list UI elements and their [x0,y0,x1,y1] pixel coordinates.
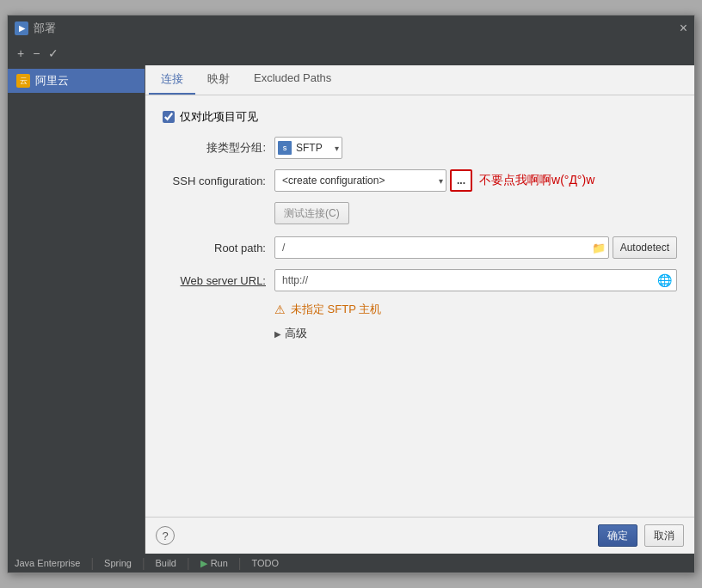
root-path-input-wrapper: 📁 [274,236,609,259]
bottom-bar: ? 确定 取消 [145,517,694,554]
ssh-config-select-wrapper: <create configuration> ▾ [274,169,446,192]
remove-button[interactable]: − [30,46,42,61]
test-connection-row: 测试连接(C) [274,202,677,224]
status-todo[interactable]: TODO [251,558,279,568]
web-server-row: Web server URL: 🌐 [163,269,677,291]
sidebar-item-label: 阿里云 [35,73,69,89]
root-path-controls: 📁 Autodetect [274,236,677,259]
main-window: ▶ 部署 × + − ✓ 云 阿里云 连接 映射 Excluded Paths [7,15,695,573]
tab-excluded-paths[interactable]: Excluded Paths [242,65,343,95]
status-todo-label: TODO [251,558,279,568]
warning-row: ⚠ 未指定 SFTP 主机 [274,302,677,317]
app-icon: ▶ [15,21,28,35]
aliyun-icon: 云 [16,74,30,88]
connection-type-label: 接类型分组: [163,140,274,156]
connection-type-row: 接类型分组: S SFTP ▾ [163,137,677,159]
status-run-label: Run [211,558,228,568]
status-spring[interactable]: Spring [104,558,132,568]
advanced-row[interactable]: ▶ 高级 [274,326,677,341]
connection-type-controls: S SFTP ▾ [274,137,677,159]
help-button[interactable]: ? [156,526,175,545]
only-project-row: 仅对此项目可见 [163,109,677,125]
test-connection-button[interactable]: 测试连接(C) [274,202,349,224]
right-panel: 连接 映射 Excluded Paths 仅对此项目可见 接类型分组: S [145,65,694,554]
title-bar: ▶ 部署 × [8,15,694,41]
connection-type-select[interactable]: SFTP [274,137,342,159]
tab-mapping[interactable]: 映射 [195,65,242,95]
status-run[interactable]: ▶ Run [200,558,228,569]
web-server-input-wrapper: 🌐 [274,269,677,291]
connection-type-select-wrapper: S SFTP ▾ [274,137,342,159]
toolbar: + − ✓ [8,41,694,65]
tab-content: 仅对此项目可见 接类型分组: S SFTP ▾ [145,95,694,517]
status-enterprise-label: Java Enterprise [15,558,80,568]
tab-bar: 连接 映射 Excluded Paths [145,65,694,95]
ssh-config-ellipsis-button[interactable]: ... [450,169,472,192]
root-path-input[interactable] [274,236,609,259]
run-icon: ▶ [200,558,207,569]
warning-text: 未指定 SFTP 主机 [291,302,381,317]
status-enterprise[interactable]: Java Enterprise [15,558,80,568]
only-project-label: 仅对此项目可见 [180,109,258,125]
status-sep-3: | [187,556,190,570]
autodetect-button[interactable]: Autodetect [613,236,677,259]
add-button[interactable]: + [15,46,27,61]
status-spring-label: Spring [104,558,132,568]
web-server-input[interactable] [274,269,677,291]
ssh-config-label: SSH configuration: [163,175,274,187]
advanced-arrow-icon: ▶ [274,329,281,339]
apply-button[interactable]: ✓ [46,46,61,61]
advanced-label: 高级 [285,326,307,341]
tab-connection[interactable]: 连接 [149,65,195,95]
main-content: 云 阿里云 连接 映射 Excluded Paths 仅对此项目可见 [8,65,694,554]
ssh-config-row: SSH configuration: <create configuration… [163,169,677,192]
status-sep-4: | [238,556,242,570]
root-path-row: Root path: 📁 Autodetect [163,236,677,259]
title-bar-left: ▶ 部署 [15,21,56,36]
web-server-label: Web server URL: [163,274,274,287]
only-project-checkbox[interactable] [163,111,175,123]
bottom-left: ? [156,526,175,545]
status-bar: Java Enterprise | Spring | Build | ▶ Run… [8,554,694,573]
close-button[interactable]: × [680,21,687,35]
web-server-controls: 🌐 [274,269,677,291]
root-path-label: Root path: [163,242,274,254]
ssh-config-controls: <create configuration> ▾ ... 不要点我啊啊w(°Д°… [274,169,677,192]
sidebar-item-aliyun[interactable]: 云 阿里云 [8,69,145,93]
ssh-config-select[interactable]: <create configuration> [274,169,446,192]
sidebar: 云 阿里云 [8,65,145,554]
status-build[interactable]: Build [156,558,176,568]
ok-button[interactable]: 确定 [598,524,637,547]
status-sep-1: | [90,556,94,570]
ssh-tooltip-text: 不要点我啊啊w(°Д°)w [479,173,594,188]
warning-icon: ⚠ [274,303,286,316]
bottom-right: 确定 取消 [598,524,684,547]
cancel-button[interactable]: 取消 [644,524,684,547]
window-title: 部署 [34,21,56,36]
status-sep-2: | [142,556,145,570]
status-build-label: Build [156,558,176,568]
